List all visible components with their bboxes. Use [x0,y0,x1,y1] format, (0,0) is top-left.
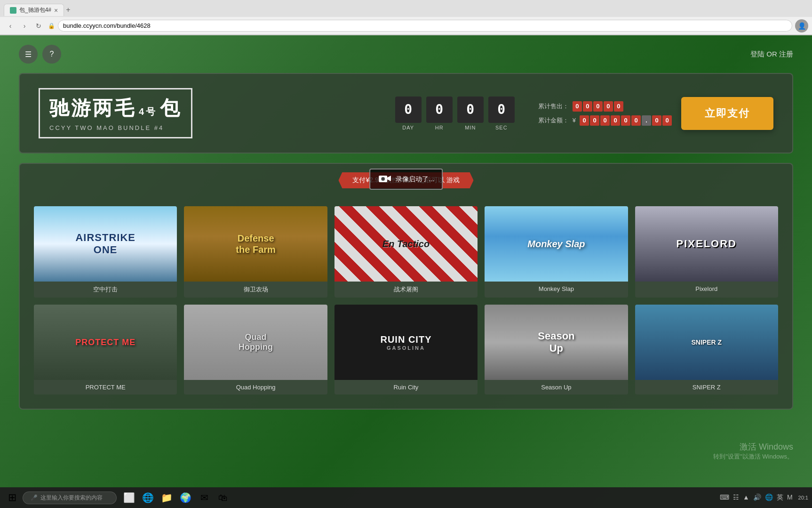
question-icon: ? [50,50,54,58]
game-card-protect[interactable]: PROTECT ME PROTECT ME [34,305,177,395]
address-bar: ‹ › ↻ 🔒 👤 [0,17,812,35]
watermark-line1: 激活 Windows [713,441,793,452]
countdown-hr: 0 HR [426,97,453,130]
game-title-display: QuadHopping [239,332,273,352]
forward-button[interactable]: › [18,19,31,32]
camera-status-text: 录像启动了... [396,175,434,184]
taskbar-start: ⊞ [4,489,21,506]
game-entactico-inner: En Tactico [334,206,478,282]
game-card-ruin[interactable]: RUIN CITY GASOLINA Ruin City [334,305,478,395]
game-name-monkey: Monkey Slap [485,282,628,296]
taskbar-time: 20:1 [798,494,808,501]
systray-arrow-icon[interactable]: ▲ [743,493,749,502]
svg-point-3 [382,178,384,180]
bundle-title-main: 驰游两毛 4号 包 [49,95,182,121]
taskbar-app-ie[interactable]: 🌐 [139,489,156,506]
game-card-monkey[interactable]: Monkey Slap Monkey Slap [485,206,628,298]
header-icon-group: ☰ ? [19,45,61,64]
taskbar-app-store[interactable]: 🛍 [215,489,231,506]
tab-bar: 包_驰游包4# × + [0,0,812,17]
watermark-line2: 转到"设置"以激活 Windows。 [713,452,793,461]
stat-digit: 0 [593,101,603,112]
stat-digit: 0 [614,101,623,112]
game-thumb-protect: PROTECT ME [34,305,177,380]
game-thumb-entactico: En Tactico [334,206,478,282]
tab-favicon [10,7,16,14]
countdown-hr-digit: 0 [426,97,453,123]
game-name-quad: Quad Hopping [184,380,327,395]
game-name-entactico: 战术屠阁 [334,282,478,298]
systray-network-icon[interactable]: 🌐 [765,493,773,502]
url-input[interactable] [58,20,792,32]
main-banner: 驰游两毛 4号 包 CCYY TWO MAO BUNDLE #4 0 DAY 0… [19,73,793,153]
game-thumb-sniper: SNIPER Z [635,305,778,380]
systray-m-icon: M [787,493,793,502]
systray-volume-icon[interactable]: 🔊 [753,493,761,502]
systray-icons: ⌨ ☷ ▲ 🔊 🌐 英 M [720,493,793,502]
bundle-bao: 包 [160,95,182,121]
new-tab-button[interactable]: + [66,6,70,14]
game-card-entactico[interactable]: En Tactico 战术屠阁 [334,206,478,298]
auth-links[interactable]: 登陆 OR 注册 [750,50,793,59]
security-icon: 🔒 [48,23,55,29]
game-name-season: Season Up [485,380,628,395]
camera-overlay: 录像启动了... [369,169,443,190]
nav-buttons: ‹ › ↻ [4,19,45,32]
taskbar-app-taskview[interactable]: ⬜ [120,489,137,506]
bundle-title-text: 驰游两毛 [49,95,136,121]
systray-keyboard-icon[interactable]: ⌨ [720,493,729,502]
game-title-display: PIXELORD [677,238,737,250]
tab-close-button[interactable]: × [54,7,58,14]
user-avatar-button[interactable]: 👤 [795,19,808,32]
stat-digit: 0 [600,115,610,126]
game-thumb-ruin: RUIN CITY GASOLINA [334,305,478,380]
games-grid-row1: AIRSTRIKEONE 空中打击 Defensethe Farm 御卫农场 E… [34,206,778,298]
stat-digit: 0 [631,115,641,126]
taskbar-apps: ⬜ 🌐 📁 🌍 ✉ 🛍 [120,489,231,506]
game-thumb-defense: Defensethe Farm [184,206,327,282]
stat-digit: 0 [583,101,592,112]
game-subtitle-display: GASOLINA [387,345,425,351]
info-button[interactable]: ? [42,45,61,64]
game-card-season[interactable]: SeasonUp Season Up [485,305,628,395]
game-card-sniper[interactable]: SNIPER Z SNIPER Z [635,305,778,395]
stat-digit: 0 [621,115,630,126]
bundle-title-area: 驰游两毛 4号 包 CCYY TWO MAO BUNDLE #4 [39,88,381,138]
start-button[interactable]: ⊞ [4,489,21,506]
taskbar-app-files[interactable]: 📁 [158,489,175,506]
pay-now-button[interactable]: 立即支付 [681,97,773,130]
systray-lang-icon[interactable]: 英 [777,493,783,502]
stat-amount-label: 累计金额： [538,116,569,125]
game-title-display: Monkey Slap [527,239,585,250]
taskbar-app-mail[interactable]: ✉ [196,489,213,506]
browser-tab[interactable]: 包_驰游包4# × [4,4,64,16]
taskbar-app-browser[interactable]: 🌍 [177,489,194,506]
windows-watermark: 激活 Windows 转到"设置"以激活 Windows。 [713,441,793,461]
stat-digit: 0 [590,115,599,126]
reload-button[interactable]: ↻ [32,19,45,32]
stats-area: 累计售出： 0 0 0 0 0 累计金额： ¥ 0 0 0 0 0 [538,101,672,126]
systray-grid-icon[interactable]: ☷ [733,493,739,502]
game-thumb-season: SeasonUp [485,305,628,380]
stat-amount-digits: 0 0 0 0 0 0 . 0 0 [580,115,672,126]
stat-digit: 0 [573,101,582,112]
game-card-airstrike[interactable]: AIRSTRIKEONE 空中打击 [34,206,177,298]
game-title-display: AIRSTRIKEONE [75,232,135,257]
menu-button[interactable]: ☰ [19,45,38,64]
game-thumb-pixelord: PIXELORD [635,206,778,282]
taskbar: ⊞ 🎤 这里输入你要搜索的内容 ⬜ 🌐 📁 🌍 ✉ 🛍 ⌨ ☷ ▲ 🔊 🌐 英 … [0,487,812,508]
game-card-pixelord[interactable]: PIXELORD Pixelord [635,206,778,298]
bundle-num: 4号 [139,105,157,118]
page-content: ☰ ? 登陆 OR 注册 驰游两毛 4号 包 CCYY TWO MAO BUND… [0,35,812,419]
game-thumb-quad: QuadHopping [184,305,327,380]
game-card-defense[interactable]: Defensethe Farm 御卫农场 [184,206,327,298]
countdown-min-digit: 0 [457,97,484,123]
countdown-day: 0 DAY [395,97,422,130]
back-button[interactable]: ‹ [4,19,17,32]
game-card-quad[interactable]: QuadHopping Quad Hopping [184,305,327,395]
stat-digit: 0 [604,101,613,112]
taskbar-search-box[interactable]: 🎤 这里输入你要搜索的内容 [23,492,117,504]
countdown-day-label: DAY [402,125,414,130]
game-name-ruin: Ruin City [334,380,478,395]
search-mic-icon: 🎤 [31,494,38,501]
